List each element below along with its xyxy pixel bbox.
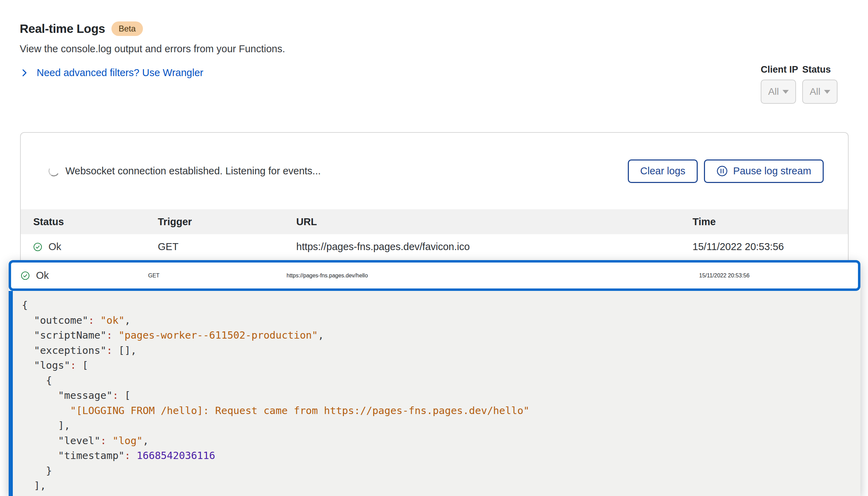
status-value: All xyxy=(810,86,820,97)
check-circle-icon xyxy=(21,271,30,280)
chevron-right-icon xyxy=(20,68,29,77)
client-ip-label: Client IP xyxy=(761,64,796,75)
table-row[interactable]: Ok GET https://pages-fns.pages.dev/favic… xyxy=(21,234,848,259)
trigger-cell: GET xyxy=(145,241,284,252)
column-header-status: Status xyxy=(21,216,145,228)
beta-badge: Beta xyxy=(111,21,143,36)
time-cell: 15/11/2022 20:53:56 xyxy=(687,273,858,279)
log-json: { "outcome": "ok", "scriptName": "pages-… xyxy=(13,291,860,494)
status-dropdown[interactable]: All xyxy=(802,80,838,104)
spinner-icon xyxy=(47,165,61,178)
url-cell: https://pages-fns.pages.dev/hello xyxy=(274,273,687,279)
status-label: Status xyxy=(802,64,838,75)
log-detail-panel: { "outcome": "ok", "scriptName": "pages-… xyxy=(9,291,860,496)
filter-client-ip: Client IP All xyxy=(761,64,796,104)
page-header: Real-time Logs Beta View the console.log… xyxy=(20,21,285,79)
table-header: Status Trigger URL Time xyxy=(21,209,848,234)
time-cell: 15/11/2022 20:53:56 xyxy=(680,241,848,252)
check-circle-icon xyxy=(33,242,42,251)
clear-logs-button[interactable]: Clear logs xyxy=(628,159,698,183)
pause-circle-icon xyxy=(716,165,728,177)
websocket-status-bar: Websocket connection established. Listen… xyxy=(21,133,848,209)
realtime-logs-page: Real-time Logs Beta View the console.log… xyxy=(0,0,868,496)
page-description: View the console.log output and errors f… xyxy=(20,43,285,55)
filter-status: Status All xyxy=(802,64,838,104)
status-value: Ok xyxy=(36,270,49,281)
selected-table-row[interactable]: Ok GET https://pages-fns.pages.dev/hello… xyxy=(9,260,860,291)
wrangler-link-row: Need advanced filters? Use Wrangler xyxy=(20,67,285,79)
caret-down-icon xyxy=(824,90,830,94)
client-ip-dropdown[interactable]: All xyxy=(761,80,796,104)
wrangler-link[interactable]: Need advanced filters? Use Wrangler xyxy=(37,67,203,79)
status-cell: Ok xyxy=(21,241,145,252)
pause-log-stream-button[interactable]: Pause log stream xyxy=(704,159,824,183)
client-ip-value: All xyxy=(768,86,779,97)
trigger-cell: GET xyxy=(136,273,274,279)
expanded-log-entry: Ok GET https://pages-fns.pages.dev/hello… xyxy=(9,260,860,496)
url-cell: https://pages-fns.pages.dev/favicon.ico xyxy=(284,241,680,252)
status-value: Ok xyxy=(48,241,61,252)
page-title: Real-time Logs xyxy=(20,22,105,36)
column-header-trigger: Trigger xyxy=(145,216,284,228)
filters: Client IP All Status All xyxy=(761,64,838,104)
column-header-url: URL xyxy=(284,216,680,228)
pause-button-label: Pause log stream xyxy=(733,165,811,177)
column-header-time: Time xyxy=(680,216,848,228)
status-cell: Ok xyxy=(11,270,136,281)
websocket-status-text: Websocket connection established. Listen… xyxy=(65,165,321,177)
caret-down-icon xyxy=(783,90,789,94)
